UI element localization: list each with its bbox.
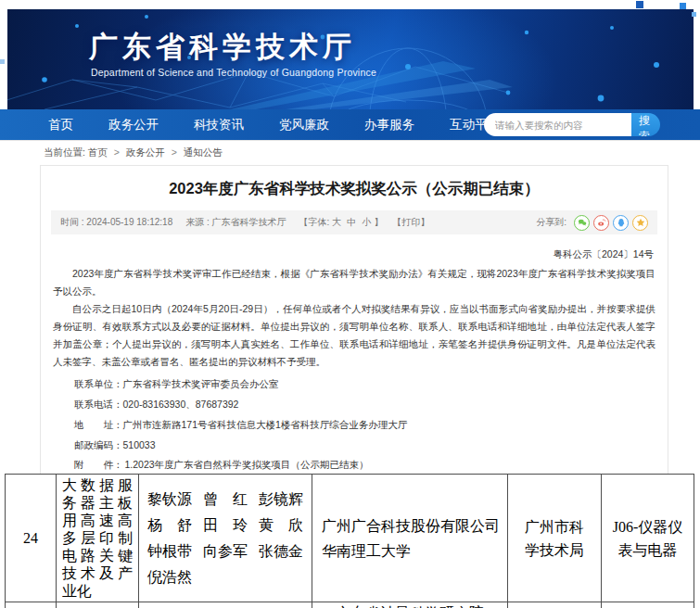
- nav-item-party-conduct[interactable]: 党风廉政: [261, 117, 347, 133]
- attachment-item-1[interactable]: 1.2023年度广东省自然科学奖拟奖项目（公示期已结束）: [125, 459, 369, 470]
- contact-label: 联系单位：: [74, 378, 123, 389]
- breadcrumb-separator: >: [114, 146, 120, 158]
- awardee-line: 倪浩然: [147, 564, 303, 590]
- font-size-controls: 【字体:大中小】: [299, 216, 384, 229]
- nav-item-home[interactable]: 首页: [31, 117, 91, 133]
- breadcrumb-gov-info[interactable]: 政务公开: [126, 146, 165, 158]
- attachments-label: 附 件：: [74, 459, 123, 470]
- cell-awardees: [139, 602, 312, 608]
- font-label-close: 】: [374, 217, 383, 227]
- nav-item-tech-news[interactable]: 科技资讯: [176, 117, 261, 133]
- organization: 广州广合科技股份有限公司: [322, 513, 500, 538]
- awardee: 黎钦源: [147, 487, 192, 513]
- publish-time: 时间 : 2024-05-19 18:12:18: [60, 216, 172, 229]
- awardee: 张德金: [259, 538, 303, 564]
- table-row-partial: 广东省计量科学研究院: [6, 602, 694, 608]
- page-title: 2023年度广东省科学技术奖拟奖公示（公示期已结束）: [51, 177, 657, 199]
- cell-awardees: 黎钦源曾 红彭镜辉 杨 舒田 玲黄 欣 钟根带向参军张德金 倪浩然: [139, 475, 312, 602]
- site-subtitle: Department of Science and Technology of …: [91, 67, 376, 78]
- font-small-button[interactable]: 小: [362, 217, 371, 227]
- cell-category: [602, 602, 694, 608]
- awardee: 倪浩然: [147, 564, 192, 590]
- deco-square: [0, 59, 5, 64]
- cell-project-title: 大数据服务器主板用高速高多层印制电路关键技术及产业化: [57, 475, 139, 602]
- main-nav: 首页 政务公开 科技资讯 党风廉政 办事服务 互动平台 搜 索: [0, 109, 700, 140]
- nav-item-services[interactable]: 办事服务: [347, 117, 432, 133]
- paragraph: 自公示之日起10日内（2024年5月20日-29日），任何单位或者个人对拟奖结果…: [53, 300, 655, 371]
- cell-row-number: [6, 602, 57, 608]
- table-row: 24 大数据服务器主板用高速高多层印制电路关键技术及产业化 黎钦源曾 红彭镜辉 …: [6, 475, 694, 602]
- cell-nominating-bureau: [508, 602, 602, 608]
- search-button[interactable]: 搜 索: [631, 113, 660, 136]
- qzone-icon[interactable]: [632, 215, 648, 231]
- font-large-button[interactable]: 大: [332, 217, 341, 227]
- organization: 华南理工大学: [322, 538, 500, 564]
- contact-block: 联系单位：广东省科学技术奖评审委员会办公室 联系电话：020-83163930、…: [74, 374, 657, 455]
- cell-nominating-bureau: 广州市科学技术局: [508, 475, 602, 602]
- divider: [0, 140, 700, 141]
- weibo-icon[interactable]: [593, 215, 609, 231]
- site-title: 广东省科学技术厅: [89, 28, 356, 67]
- awardee-line: 黎钦源曾 红彭镜辉: [147, 487, 303, 513]
- share-bar: 分享到:: [536, 215, 648, 231]
- contact-line: 邮政编码：510033: [74, 435, 657, 455]
- contact-label: 联系电话：: [74, 399, 123, 410]
- nav-item-gov-info[interactable]: 政务公开: [91, 117, 176, 133]
- contact-value: 020-83163930、87687392: [123, 399, 239, 410]
- deco-square: [692, 12, 696, 17]
- awardee: 向参军: [203, 538, 248, 564]
- attachment-line: 附 件：1.2023年度广东省自然科学奖拟奖项目（公示期已结束）: [74, 455, 657, 474]
- breadcrumb: 当前位置: 首页 > 政务公开 > 通知公告: [44, 146, 223, 159]
- search-box: 搜 索: [484, 113, 660, 136]
- qq-icon[interactable]: [613, 215, 629, 231]
- awardee: 彭镜辉: [259, 487, 303, 513]
- cell-organizations: 广东省计量科学研究院: [312, 602, 508, 608]
- awardee-line: 钟根带向参军张德金: [147, 538, 303, 564]
- award-table: 24 大数据服务器主板用高速高多层印制电路关键技术及产业化 黎钦源曾 红彭镜辉 …: [5, 474, 694, 608]
- article-source: 来源 : 广东省科学技术厅: [185, 216, 286, 229]
- cell-organizations: 广州广合科技股份有限公司 华南理工大学: [312, 475, 508, 602]
- awardee: 杨 舒: [147, 513, 192, 538]
- cell-row-number: 24: [6, 475, 57, 602]
- contact-value: 510033: [123, 439, 156, 450]
- contact-value: 广州市连新路171号省科技信息大楼1楼省科技厅综合业务办理大厅: [123, 419, 408, 430]
- contact-value: 广东省科学技术奖评审委员会办公室: [123, 378, 279, 389]
- contact-label: 地 址：: [74, 419, 123, 430]
- breadcrumb-home[interactable]: 首页: [88, 146, 108, 158]
- contact-line: 联系单位：广东省科学技术奖评审委员会办公室: [74, 374, 657, 394]
- breadcrumb-separator: >: [172, 146, 177, 158]
- awardee: 钟根带: [147, 538, 192, 564]
- contact-line: 地 址：广州市连新路171号省科技信息大楼1楼省科技厅综合业务办理大厅: [74, 414, 657, 435]
- awardee-line: 杨 舒田 玲黄 欣: [147, 513, 303, 538]
- search-input[interactable]: [484, 113, 631, 136]
- breadcrumb-label: 当前位置:: [44, 146, 85, 158]
- paragraph: 2023年度广东省科学技术奖评审工作已经结束，根据《广东省科学技术奖励办法》有关…: [53, 265, 655, 300]
- share-label: 分享到:: [536, 216, 566, 229]
- awardee: 田 玲: [203, 513, 248, 538]
- contact-line: 联系电话：020-83163930、87687392: [74, 394, 657, 414]
- font-label: 【字体:: [299, 217, 330, 227]
- deco-square: [680, 3, 686, 9]
- header-banner: 广东省科学技术厅 Department of Science and Techn…: [7, 9, 694, 109]
- cell-project-title: [57, 602, 139, 608]
- font-medium-button[interactable]: 中: [347, 217, 356, 227]
- awardee: 曾 红: [203, 487, 248, 513]
- print-button[interactable]: 【打印】: [392, 216, 429, 229]
- cell-category: J06-仪器仪表与电器: [602, 475, 694, 602]
- doc-number: 粤科公示〔2024〕14号: [51, 246, 657, 263]
- breadcrumb-notices[interactable]: 通知公告: [184, 146, 223, 158]
- contact-label: 邮政编码：: [74, 439, 123, 450]
- deco-square: [636, 1, 643, 8]
- wechat-icon[interactable]: [574, 215, 590, 231]
- awardee: 黄 欣: [259, 513, 303, 538]
- article-meta-bar: 时间 : 2024-05-19 18:12:18 来源 : 广东省科学技术厅 【…: [51, 210, 657, 234]
